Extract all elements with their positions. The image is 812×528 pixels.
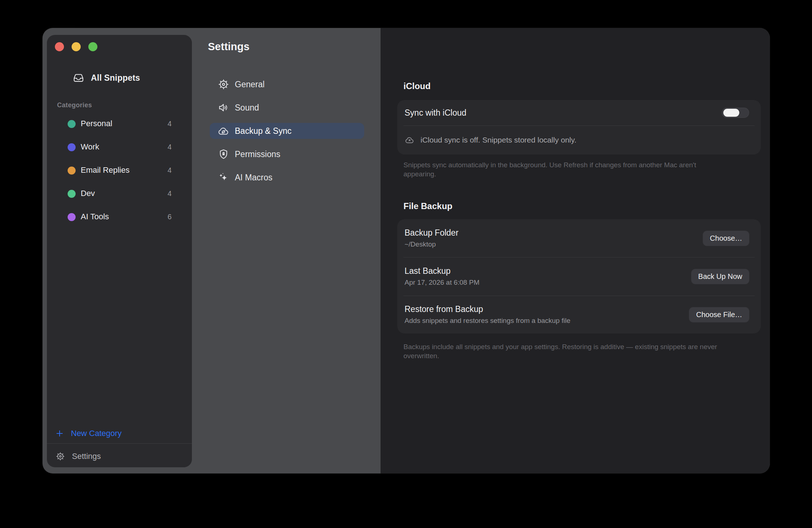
back-up-now-button[interactable]: Back Up Now — [691, 269, 749, 284]
category-label: Work — [81, 142, 99, 152]
nav-item-label: General — [235, 80, 265, 89]
file-backup-section-header: File Backup — [403, 201, 453, 211]
restore-from-backup-row: Restore from Backup Adds snippets and re… — [397, 296, 761, 333]
choose-file-button[interactable]: Choose File… — [689, 307, 749, 322]
zoom-window-button[interactable] — [88, 42, 97, 51]
restore-backup-title: Restore from Backup — [405, 304, 570, 314]
category-count: 4 — [168, 166, 172, 175]
sidebar-item-settings[interactable]: Settings — [55, 448, 101, 464]
last-backup-row: Last Backup Apr 17, 2026 at 6:08 PM Back… — [397, 257, 761, 295]
gear-icon — [55, 451, 65, 461]
sidebar: All Snippets Categories Personal 4 Work … — [47, 35, 192, 467]
nav-item-general[interactable]: General — [210, 76, 364, 92]
nav-item-sound[interactable]: Sound — [210, 100, 364, 116]
cloud-off-icon — [405, 135, 415, 145]
sidebar-item-personal[interactable]: Personal 4 — [47, 112, 192, 136]
icloud-card: Sync with iCloud iCloud sync is off. Sni… — [397, 100, 761, 155]
sidebar-divider — [47, 443, 192, 444]
sparkles-icon — [217, 171, 230, 184]
icloud-section-header: iCloud — [403, 81, 431, 91]
sync-with-icloud-label: Sync with iCloud — [405, 108, 466, 118]
sidebar-item-dev[interactable]: Dev 4 — [47, 182, 192, 205]
gear-icon — [217, 78, 230, 91]
category-label: Personal — [81, 119, 112, 128]
icloud-note: Snippets sync automatically in the backg… — [403, 160, 725, 179]
choose-folder-button[interactable]: Choose… — [703, 231, 749, 246]
category-color-dot — [68, 143, 76, 151]
toggle-knob — [723, 109, 739, 117]
sync-with-icloud-row: Sync with iCloud — [397, 100, 761, 125]
file-backup-card: Backup Folder ~/Desktop Choose… Last Bac… — [397, 219, 761, 333]
last-backup-title: Last Backup — [405, 266, 479, 276]
plus-icon — [55, 429, 64, 438]
nav-item-label: Permissions — [235, 149, 280, 159]
sidebar-item-all-snippets[interactable]: All Snippets — [72, 70, 140, 86]
icloud-sync-toggle[interactable] — [722, 108, 749, 118]
nav-item-backup-sync[interactable]: Backup & Sync — [210, 123, 364, 139]
backup-note: Backups include all snippets and your ap… — [403, 342, 747, 360]
settings-row-label: Settings — [72, 452, 101, 461]
new-category-button[interactable]: New Category — [55, 425, 121, 441]
tray-icon — [72, 72, 85, 84]
category-color-dot — [68, 190, 76, 198]
nav-item-ai-macros[interactable]: AI Macros — [210, 169, 364, 185]
nav-item-permissions[interactable]: Permissions — [210, 146, 364, 162]
minimize-window-button[interactable] — [72, 42, 81, 51]
category-count: 4 — [168, 189, 172, 198]
app-window: All Snippets Categories Personal 4 Work … — [43, 28, 770, 473]
detail-panel: iCloud Sync with iCloud iCloud sync is o… — [381, 28, 770, 473]
category-color-dot — [68, 167, 76, 175]
close-window-button[interactable] — [55, 42, 64, 51]
category-label: Email Replies — [81, 165, 130, 175]
all-snippets-label: All Snippets — [91, 73, 140, 83]
restore-backup-description: Adds snippets and restores settings from… — [405, 317, 570, 325]
category-list: Personal 4 Work 4 Email Replies 4 Dev 4 … — [47, 112, 192, 229]
backup-folder-path: ~/Desktop — [405, 240, 458, 248]
page-title: Settings — [208, 41, 249, 53]
sidebar-item-ai-tools[interactable]: AI Tools 6 — [47, 205, 192, 229]
icloud-status-row: iCloud sync is off. Snippets stored loca… — [405, 125, 576, 155]
category-color-dot — [68, 120, 76, 128]
category-count: 6 — [168, 213, 172, 221]
sidebar-item-email-replies[interactable]: Email Replies 4 — [47, 159, 192, 182]
settings-nav: General Sound Backup & Sync — [210, 76, 364, 193]
icloud-status-text: iCloud sync is off. Snippets stored loca… — [421, 136, 576, 144]
sidebar-item-work[interactable]: Work 4 — [47, 136, 192, 159]
categories-header: Categories — [57, 101, 92, 109]
window-controls — [55, 42, 97, 51]
nav-item-label: Backup & Sync — [235, 126, 292, 136]
backup-folder-row: Backup Folder ~/Desktop Choose… — [397, 219, 761, 257]
category-label: AI Tools — [81, 212, 109, 221]
new-category-label: New Category — [71, 429, 121, 438]
nav-item-label: Sound — [235, 103, 259, 113]
category-label: Dev — [81, 189, 95, 198]
last-backup-date: Apr 17, 2026 at 6:08 PM — [405, 279, 479, 287]
category-count: 4 — [168, 120, 172, 128]
speaker-icon — [217, 101, 230, 114]
category-count: 4 — [168, 143, 172, 151]
backup-folder-title: Backup Folder — [405, 228, 458, 238]
cloud-sync-icon — [217, 125, 230, 137]
category-color-dot — [68, 213, 76, 221]
nav-item-label: AI Macros — [235, 173, 273, 183]
shield-lock-icon — [217, 148, 230, 160]
